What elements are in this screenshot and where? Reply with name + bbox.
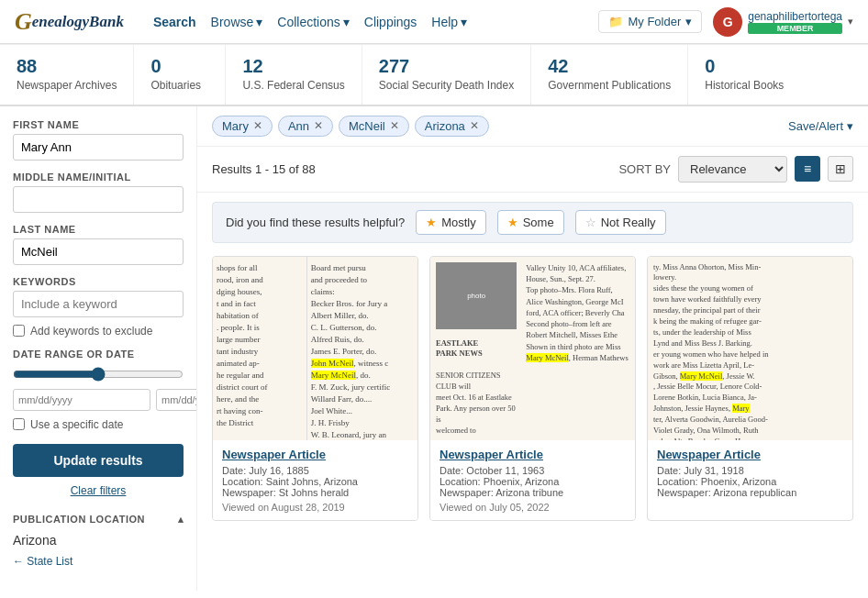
dropdown-col-obituaries[interactable]: 0 Obituaries [134,45,226,105]
avatar: G [713,7,742,37]
result-card-1[interactable]: shops for allrood, iron anddging houses,… [212,256,418,521]
sidebar: → FIRST NAME MIDDLE NAME/INITIAL LAST NA… [0,106,197,591]
folder-button[interactable]: 📁 My Folder ▾ [598,10,702,33]
col-count: 0 [150,56,208,77]
feedback-bar: Did you find these results helpful? ★ Mo… [212,202,853,243]
star-outline-icon: ☆ [585,216,596,229]
col-label: Government Publications [548,79,671,94]
col-count: 42 [548,56,671,77]
card-image-1: shops for allrood, iron anddging houses,… [213,257,417,440]
card-info-2: Newspaper Article Date: October 11, 1963… [430,440,635,520]
date-from-input[interactable] [13,389,150,411]
date-range-label: DATE RANGE OR DATE [13,349,184,360]
dropdown-panel: 88 Newspaper Archives 0 Obituaries 12 U.… [0,44,868,106]
logo-g: G [15,8,32,36]
card-location: Location: Phoenix, Arizona [657,476,843,487]
filter-tag-ann[interactable]: Ann ✕ [278,116,333,137]
card-viewed: Viewed on July 05, 2022 [440,502,626,513]
results-bar: Results 1 - 15 of 88 SORT BY Relevance D… [197,147,868,193]
user-name: genaphilibertortega [748,10,842,23]
col-count: 277 [379,56,514,77]
nav-search[interactable]: Search [153,15,196,29]
col-label: U.S. Federal Census [242,79,344,94]
nav-help[interactable]: Help ▾ [431,15,467,29]
close-icon: ✕ [253,119,262,132]
pub-location-chevron-icon: ▴ [178,514,184,526]
main-body: → FIRST NAME MIDDLE NAME/INITIAL LAST NA… [0,106,868,591]
date-to-input[interactable] [156,389,197,411]
card-type[interactable]: Newspaper Article [222,448,408,461]
card-image-2: photo EASTLAKEPARK NEWSSENIOR CITIZENS C… [430,257,635,440]
help-chevron-icon: ▾ [461,15,467,29]
feedback-mostly-button[interactable]: ★ Mostly [416,210,486,235]
card-date: Date: July 16, 1885 [222,465,408,476]
keywords-label: KEYWORDS [13,276,184,287]
dropdown-col-census[interactable]: 12 U.S. Federal Census [226,45,362,105]
browse-chevron-icon: ▾ [256,15,262,29]
dropdown-col-ssdi[interactable]: 277 Social Security Death Index [362,45,531,105]
keywords-input[interactable] [13,291,184,317]
first-name-input[interactable] [13,134,184,161]
last-name-input[interactable] [13,238,184,265]
card-info-3: Newspaper Article Date: July 31, 1918 Lo… [648,440,852,505]
list-view-button[interactable]: ≡ [795,156,820,182]
feedback-some-button[interactable]: ★ Some [497,210,564,235]
folder-label: My Folder [628,15,681,28]
pub-location-header[interactable]: PUBLICATION LOCATION ▴ [13,514,184,526]
user-button[interactable]: G genaphilibertortega MEMBER ▾ [713,7,853,37]
dropdown-col-books[interactable]: 0 Historical Books [688,45,800,105]
specific-date-checkbox[interactable] [13,418,25,430]
card-info-1: Newspaper Article Date: July 16, 1885 Lo… [213,440,417,520]
col-label: Historical Books [705,79,784,94]
col-count: 88 [17,56,117,77]
clear-filters-link[interactable]: Clear filters [13,484,184,497]
add-keywords-checkbox-label: Add keywords to exclude [13,325,184,338]
grid-view-button[interactable]: ⊞ [828,156,853,182]
collections-chevron-icon: ▾ [343,15,350,29]
feedback-not-really-button[interactable]: ☆ Not Really [575,210,666,235]
save-alert-button[interactable]: Save/Alert ▾ [788,119,853,133]
middle-name-label: MIDDLE NAME/INITIAL [13,172,184,183]
col-label: Social Security Death Index [379,79,514,94]
update-results-button[interactable]: Update results [13,444,184,477]
card-type[interactable]: Newspaper Article [657,448,843,461]
logo[interactable]: G enealogyBank [15,8,124,36]
col-count: 12 [242,56,344,77]
card-location: Location: Phoenix, Arizona [440,476,626,487]
range-slider[interactable] [13,367,184,382]
star-full-icon: ★ [426,216,437,229]
nav-clippings[interactable]: Clippings [364,15,417,29]
col-count: 0 [705,56,784,77]
card-newspaper: Newspaper: St Johns herald [222,487,408,498]
nav-browse[interactable]: Browse ▾ [211,15,263,29]
specific-date-label: Use a specific date [13,418,184,431]
filter-tag-arizona[interactable]: Arizona ✕ [415,116,489,137]
filter-tag-mary[interactable]: Mary ✕ [212,116,273,137]
dropdown-col-newspaper[interactable]: 88 Newspaper Archives [0,45,134,105]
member-badge: MEMBER [748,23,842,34]
sort-select[interactable]: Relevance Date (newest) Date (oldest) [678,156,787,183]
card-newspaper: Newspaper: Arizona republican [657,487,843,498]
content-area: Mary ✕ Ann ✕ McNeil ✕ Arizona ✕ Save/Ale… [197,106,868,591]
dropdown-col-govt[interactable]: 42 Government Publications [531,45,688,105]
close-icon: ✕ [390,119,399,132]
feedback-question: Did you find these results helpful? [226,216,405,229]
card-type[interactable]: Newspaper Article [440,448,626,461]
add-keywords-checkbox[interactable] [13,325,25,337]
col-label: Newspaper Archives [17,79,117,94]
nav-collections[interactable]: Collections ▾ [277,15,349,29]
star-half-icon: ★ [507,216,518,229]
card-date: Date: July 31, 1918 [657,465,843,476]
user-chevron-icon: ▾ [848,16,853,28]
result-card-2[interactable]: photo EASTLAKEPARK NEWSSENIOR CITIZENS C… [429,256,636,521]
middle-name-input[interactable] [13,186,184,213]
state-list-link[interactable]: ← State List [13,555,184,568]
folder-chevron-icon: ▾ [685,15,692,28]
filter-tag-mcneil[interactable]: McNeil ✕ [339,116,409,137]
header: G enealogyBank Search Browse ▾ Collectio… [0,0,868,44]
card-date: Date: October 11, 1963 [440,465,626,476]
header-right: 📁 My Folder ▾ G genaphilibertortega MEMB… [598,7,853,37]
result-card-3[interactable]: ty. Miss Anna Ohorton, Miss Min-lowery.s… [647,256,853,521]
pub-location-value: Arizona [13,533,184,548]
user-info: genaphilibertortega MEMBER [748,10,842,34]
